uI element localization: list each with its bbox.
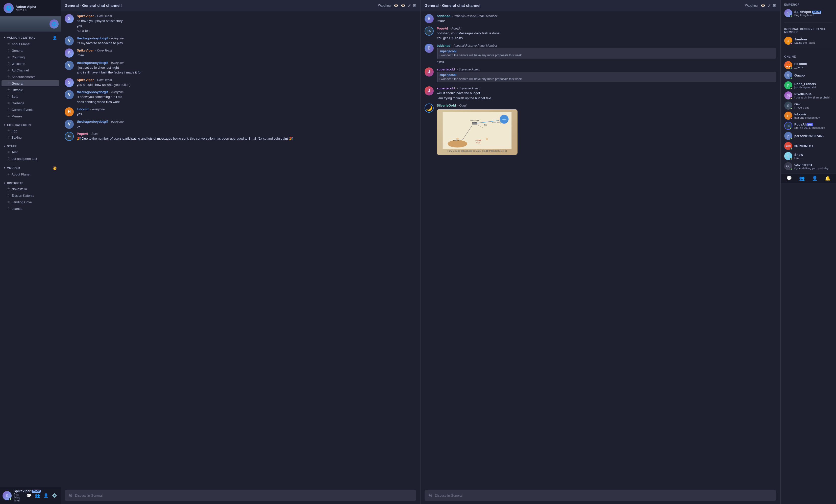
channel-label: Welcome — [12, 62, 25, 66]
channel-about-planet-vooper[interactable]: # About Planet — [1, 171, 59, 177]
left-chat-icons: Watching: 👁️ 👁️ ⤢ ⊞ — [378, 3, 416, 8]
channel-leantia[interactable]: # Leantia — [1, 206, 59, 212]
member-item-foxolotl[interactable]: 🦊 Foxolotl __furry — [784, 60, 833, 70]
category-valour-central[interactable]: ▼ Valour Central 👤 — [0, 32, 61, 41]
channel-offtopic[interactable]: # Offtopic — [1, 87, 59, 93]
footer-profile-btn[interactable]: 👤 — [42, 492, 50, 499]
channel-label: Landing Cove — [12, 200, 32, 204]
grid-icon[interactable]: ⊞ — [773, 3, 776, 8]
channel-ad-channel[interactable]: # Ad Channel — [1, 67, 59, 73]
member-name: PopeAI BOT — [794, 122, 833, 126]
quote-text: i wonder if the senate will have any mor… — [439, 54, 774, 57]
channel-novastella[interactable]: # Novastella — [1, 186, 59, 192]
hash-icon: # — [7, 42, 10, 46]
expand-icon[interactable]: ⤢ — [407, 3, 411, 8]
status-dot — [790, 87, 792, 90]
msg-role: - Core Team — [95, 49, 112, 52]
right-input-box[interactable]: ⊕ Discuss in General — [424, 490, 776, 501]
msg-role: - everyone — [109, 37, 124, 40]
channel-landing-cove[interactable]: # Landing Cove — [1, 199, 59, 205]
input-placeholder: Discuss in General — [435, 493, 462, 498]
category-districts[interactable]: ▼ Districts — [0, 177, 61, 186]
chat-btn[interactable]: 💬 — [786, 175, 792, 181]
member-item-gav[interactable]: G Gav I have a cat — [784, 100, 833, 111]
footer-settings-btn[interactable]: ⚙️ — [51, 492, 58, 499]
member-status: just designing shit — [794, 86, 833, 89]
member-name: 3RR0RNU11 — [794, 144, 833, 148]
msg-content: PopeAI - Bots 🎉 Due to the number of use… — [77, 132, 416, 141]
member-status: Bug fixing time!! — [794, 14, 833, 17]
member-status: that one chicken guy — [794, 116, 833, 119]
channel-memes[interactable]: # Memes — [1, 113, 59, 119]
category-vooper[interactable]: ▼ Vooper 🧑 — [0, 162, 61, 171]
watch-icon-1[interactable]: 👁️ — [394, 3, 399, 8]
channel-current-events[interactable]: # Current Events — [1, 106, 59, 113]
channel-about-planet[interactable]: # About Planet — [1, 41, 59, 47]
msg-text: well it should have the budget — [437, 91, 776, 96]
category-egg[interactable]: ▼ Egg Category — [0, 119, 61, 128]
profile-btn[interactable]: 👤 — [812, 175, 818, 181]
channel-label: Offtopic — [12, 88, 23, 92]
channel-general-top[interactable]: # General — [1, 47, 59, 54]
channel-announcements[interactable]: # Announcements — [1, 74, 59, 80]
channel-welcome[interactable]: # Welcome — [1, 61, 59, 67]
left-input-box[interactable]: ⊕ Discuss in General — [65, 490, 416, 501]
add-icon[interactable]: ⊕ — [68, 492, 73, 499]
bell-btn[interactable]: 🔔 — [825, 175, 831, 181]
svg-text:Copy: Copy — [476, 142, 480, 144]
expand-icon[interactable]: ⤢ — [767, 3, 771, 8]
left-chat-header: General - General chat channel! Watching… — [61, 0, 420, 11]
channel-label: Garbage — [12, 101, 24, 105]
member-status: I use arch, btw (I am probably, sleeping… — [794, 96, 833, 99]
status-dot — [790, 138, 792, 140]
footer-group-btn[interactable]: 👥 — [34, 492, 41, 499]
channel-baking[interactable]: # Baking — [1, 134, 59, 140]
right-chat-icons: Watching: 👁️ ⤢ ⊞ — [745, 3, 776, 8]
channel-egg[interactable]: # Egg — [1, 128, 59, 134]
message-group: V thedragonboydotgif - everyone ill show… — [65, 90, 416, 104]
member-avatar: S — [784, 152, 792, 160]
server-header[interactable]: 🌐 Valour Alpha V0.2.1.0 — [0, 0, 61, 16]
member-item-popeai[interactable]: PA PopeAI BOT Storing 20117 messages — [784, 121, 833, 131]
avatar: V — [65, 61, 74, 70]
channel-counting[interactable]: # Counting — [1, 54, 59, 60]
watch-icon-2[interactable]: 👁️ — [401, 3, 406, 8]
watch-icon[interactable]: 👁️ — [760, 3, 765, 8]
grid-icon[interactable]: ⊞ — [413, 3, 416, 8]
channel-garbage[interactable]: # Garbage — [1, 100, 59, 106]
member-item-gavincraft[interactable]: Gc Gavincraft1 Cyberstalking you, probab… — [784, 161, 833, 171]
msg-header: SpikeViper - Core Team — [77, 49, 416, 52]
left-chat-input: ⊕ Discuss in General — [61, 487, 420, 504]
status-dot — [790, 107, 792, 110]
member-item-spikeviper[interactable]: S SpikeViper STAFF Bug fixing time!! — [784, 8, 833, 18]
member-item-pixelicious[interactable]: Pi Pixelicious I use arch, btw (I am pro… — [784, 91, 833, 100]
msg-text: 🎉 Due to the number of users participati… — [77, 136, 416, 141]
right-sidebar: Emperor S SpikeViper STAFF Bug fixing ti… — [780, 0, 836, 504]
member-item-error[interactable]: ERR 3RR0RNU11 — [784, 141, 833, 151]
footer-chat-btn[interactable]: 💬 — [25, 492, 32, 499]
server-icon-small: 🌐 — [50, 19, 59, 28]
message-group: B bddshad - Imperial Reserve Panel Membe… — [424, 14, 776, 23]
category-arrow: ▼ — [3, 36, 6, 39]
svg-text:Earth Relay: Earth Relay — [492, 121, 501, 123]
group-btn[interactable]: 👥 — [799, 175, 805, 181]
member-item-jambon[interactable]: J Jambon Eating the Fabric — [784, 36, 833, 46]
add-icon[interactable]: ⊕ — [428, 492, 432, 499]
member-item-person[interactable]: p person0192837465 — [784, 131, 833, 141]
channel-test[interactable]: # Test — [1, 149, 59, 155]
online-role-title: Online — [784, 55, 833, 58]
member-avatar: Gc — [784, 162, 792, 170]
member-item-pope-francis[interactable]: P Pope_Francis just designing shit — [784, 80, 833, 91]
member-item-guapo[interactable]: G Guapo — [784, 70, 833, 80]
channel-label: Elysian Katonia — [12, 194, 34, 197]
channel-general-active[interactable]: # General — [1, 80, 59, 86]
msg-role: - Bots — [90, 132, 97, 136]
channel-bots[interactable]: # Bots — [1, 93, 59, 99]
channel-bot-perm-test[interactable]: # bot and perm test — [1, 156, 59, 161]
status-dot — [790, 15, 792, 17]
member-item-lubomir[interactable]: H lubomir that one chicken guy — [784, 111, 833, 121]
member-item-snow[interactable]: S Snow Hm . . . — [784, 151, 833, 161]
channel-elysian-katonia[interactable]: # Elysian Katonia — [1, 192, 59, 198]
msg-header: thedragonboydotgif - everyone — [77, 61, 416, 65]
category-staff[interactable]: ▼ Staff — [0, 141, 61, 149]
